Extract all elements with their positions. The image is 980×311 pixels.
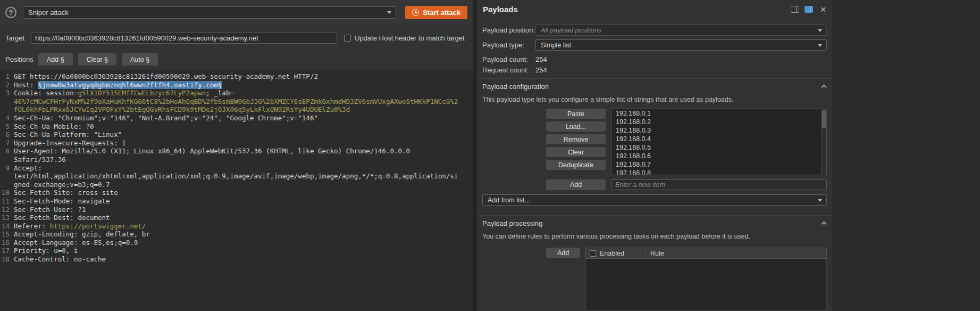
load-button[interactable]: Load... xyxy=(546,121,606,132)
add-position-button[interactable]: Add § xyxy=(38,53,73,66)
request-line[interactable]: 5Sec-Ch-Ua-Mobile: ?0 xyxy=(0,122,473,131)
add-button[interactable]: Add xyxy=(546,179,606,190)
line-number: 13 xyxy=(0,214,10,222)
payload-list-scrollbar[interactable] xyxy=(821,109,826,175)
attack-type-dropdown[interactable]: Sniper attack xyxy=(23,6,396,19)
request-line[interactable]: 8User-Agent: Mozilla/5.0 (X11; Linux x86… xyxy=(0,147,473,156)
line-text: Upgrade-Insecure-Requests: 1 xyxy=(14,139,126,148)
payload-config-body: PasteLoad...RemoveClearDeduplicate 192.1… xyxy=(477,109,832,175)
line-number: 4 xyxy=(0,114,10,122)
payload-item[interactable]: 192.168.0.7 xyxy=(612,160,826,169)
line-number: 5 xyxy=(0,122,10,131)
add-rule-button[interactable]: Add xyxy=(546,248,580,258)
payload-item[interactable]: 192.168.0.1 xyxy=(612,109,826,118)
request-line[interactable]: 15Accept-Encoding: gzip, deflate, br xyxy=(0,230,473,239)
line-text: Accept-Language: es-ES,es;q=0.9 xyxy=(14,239,138,247)
panel-splitter[interactable] xyxy=(473,0,477,311)
line-text: 46%7cMCwCFHrFyNxM%2f9oXaHuKhfKG66tC8%2bH… xyxy=(14,97,458,106)
positions-label: Positions xyxy=(5,55,38,63)
line-number: 7 xyxy=(0,139,10,148)
request-line[interactable]: 11Sec-Fetch-Mode: navigate xyxy=(0,197,473,206)
payload-item[interactable]: 192.168.0.6 xyxy=(612,152,826,160)
request-line[interactable]: 46%7cMCwCFHrFyNxM%2f9oXaHuKhfKG66tC8%2bH… xyxy=(0,97,473,106)
clear-button[interactable]: Clear xyxy=(546,147,606,157)
attack-type-value: Sniper attack xyxy=(28,9,69,17)
payload-position-label: Payload position: xyxy=(482,26,535,34)
request-line[interactable]: 16Accept-Language: es-ES,es;q=0.9 xyxy=(0,239,473,247)
request-line[interactable]: 18Cache-Control: no-cache xyxy=(0,255,473,264)
request-line[interactable]: 2Host: §jnaw8w3atvgyq8gbmznqhl6wwn2ftfh4… xyxy=(0,81,473,89)
payload-type-label: Payload type: xyxy=(482,41,535,49)
clear-position-button[interactable]: Clear § xyxy=(78,53,116,66)
payload-processing-section-header: Payload processing xyxy=(477,216,832,231)
add-from-list-dropdown[interactable]: Add from list... xyxy=(482,194,827,206)
request-line[interactable]: fOL0khFbLPRxx6JCYwIq2VPOFxY%2btEgQGvRhsF… xyxy=(0,105,473,114)
layout-docked-icon[interactable] xyxy=(805,6,813,13)
request-count-value: 254 xyxy=(535,66,547,74)
payload-configuration-description: This payload type lets you configure a s… xyxy=(477,96,832,103)
line-number: 16 xyxy=(0,239,10,247)
payload-item[interactable]: 192.168.0.2 xyxy=(612,118,826,126)
request-line[interactable]: 6Sec-Ch-Ua-Platform: "Linux" xyxy=(0,130,473,139)
payloads-panel: Payloads ✕ Payload position: All payload… xyxy=(477,0,832,311)
update-host-label: Update Host header to match target xyxy=(355,34,465,42)
request-line[interactable]: 17Priority: u=0, i xyxy=(0,247,473,255)
line-text: Sec-Fetch-Mode: navigate xyxy=(14,197,110,206)
deduplicate-button[interactable]: Deduplicate xyxy=(546,160,606,170)
request-line[interactable]: 13Sec-Fetch-Dest: document xyxy=(0,214,473,222)
paste-button[interactable]: Paste xyxy=(546,109,606,119)
request-line[interactable]: 14Referer: https://portswigger.net/ xyxy=(0,222,473,231)
line-text: text/html,application/xhtml+xml,applicat… xyxy=(14,172,458,181)
payload-type-dropdown[interactable]: Simple list xyxy=(535,39,827,51)
auto-position-button[interactable]: Auto § xyxy=(122,53,158,66)
line-number xyxy=(0,105,10,114)
collapse-chevron-icon[interactable] xyxy=(822,222,827,227)
payload-processing-title: Payload processing xyxy=(482,219,542,227)
payload-configuration-section-header: Payload configuration xyxy=(477,79,832,94)
request-line[interactable]: gned-exchange;v=b3;q=0.7 xyxy=(0,181,473,189)
request-line[interactable]: 4Sec-Ch-Ua: "Chromium";v="146", "Not-A.B… xyxy=(0,114,473,122)
enabled-header-checkbox[interactable] xyxy=(590,250,596,257)
request-line[interactable]: 9Accept: xyxy=(0,164,473,173)
payload-item[interactable]: 192.168.0.4 xyxy=(612,135,826,143)
request-line[interactable]: 7Upgrade-Insecure-Requests: 1 xyxy=(0,139,473,148)
line-text: Host: §jnaw8w3atvgyq8gbmznqhl6wwn2ftfh4.… xyxy=(14,81,222,89)
payload-list[interactable]: 192.168.0.1192.168.0.2192.168.0.3192.168… xyxy=(611,109,827,175)
line-text: Sec-Fetch-Dest: document xyxy=(14,214,110,222)
line-text: Safari/537.36 xyxy=(14,156,66,164)
update-host-checkbox[interactable] xyxy=(344,35,351,42)
request-line[interactable]: Safari/537.36 xyxy=(0,156,473,164)
chevron-down-icon xyxy=(387,11,391,14)
line-number: 6 xyxy=(0,130,10,139)
line-number: 8 xyxy=(0,147,10,156)
request-line[interactable]: text/html,application/xhtml+xml,applicat… xyxy=(0,172,473,181)
scrollbar-thumb[interactable] xyxy=(822,110,826,128)
request-editor[interactable]: 1GET https://0a0800bc0363928c813261fd005… xyxy=(0,70,473,311)
request-line[interactable]: 10Sec-Fetch-Site: cross-site xyxy=(0,189,473,197)
target-row: Target Update Host header to match targe… xyxy=(0,32,473,44)
collapse-chevron-icon[interactable] xyxy=(822,85,827,90)
line-number xyxy=(0,156,10,164)
payload-item[interactable]: 192.168.0.8 xyxy=(612,169,826,175)
payload-item[interactable]: 192.168.0.3 xyxy=(612,126,826,135)
request-line[interactable]: 1GET https://0a0800bc0363928c813261fd005… xyxy=(0,72,473,81)
help-icon[interactable]: ? xyxy=(5,7,16,18)
target-url-input[interactable] xyxy=(31,32,337,44)
new-item-input[interactable] xyxy=(611,179,827,190)
line-text: Accept: xyxy=(14,164,42,173)
layout-split-icon[interactable] xyxy=(791,6,799,13)
payload-item[interactable]: 192.168.0.5 xyxy=(612,143,826,152)
payloads-header: Payloads ✕ xyxy=(477,0,832,19)
line-text: Referer: https://portswigger.net/ xyxy=(14,222,146,231)
request-line[interactable]: 12Sec-Fetch-User: ?1 xyxy=(0,206,473,214)
close-icon[interactable]: ✕ xyxy=(820,5,826,14)
rules-table-body[interactable] xyxy=(585,259,827,311)
line-number: 1 xyxy=(0,72,10,81)
line-number: 12 xyxy=(0,206,10,214)
request-line[interactable]: 3Cookie: session=g5lX1DY515EMffCwELbzyc6… xyxy=(0,89,473,97)
line-text: Priority: u=0, i xyxy=(14,247,78,255)
enabled-column-header: Enabled xyxy=(600,250,646,257)
payload-position-dropdown[interactable]: All payload positions xyxy=(535,24,827,36)
remove-button[interactable]: Remove xyxy=(546,134,606,144)
start-attack-button[interactable]: Start attack xyxy=(405,6,467,19)
